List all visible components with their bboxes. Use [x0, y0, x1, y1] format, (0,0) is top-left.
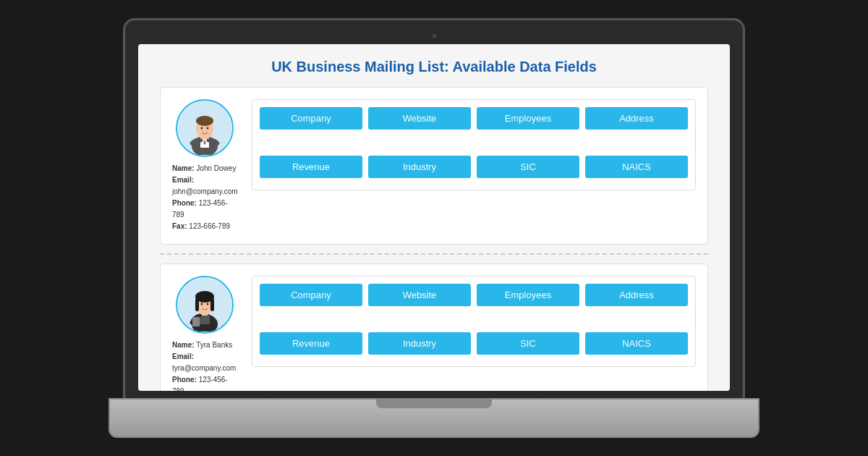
fields-panel-1: Company Website Employees Address Revenu… — [252, 99, 696, 190]
phone-label-1: Phone: — [172, 199, 197, 207]
fields-row1-1: Company Website Employees Address — [260, 107, 688, 130]
person-avatar-female — [178, 278, 231, 332]
field-employees-2: Employees — [477, 284, 579, 306]
svg-rect-19 — [192, 317, 200, 326]
svg-point-18 — [207, 303, 209, 305]
svg-rect-16 — [210, 298, 214, 311]
name-label-2: Name: — [172, 341, 195, 349]
screen-bezel: UK Business Mailing List: Available Data… — [123, 18, 745, 402]
svg-point-17 — [201, 303, 203, 305]
spacer-2 — [260, 311, 688, 332]
svg-point-8 — [207, 127, 209, 130]
field-sic-2: SIC — [477, 332, 579, 355]
field-naics-2: NAICS — [585, 332, 688, 355]
name-value-2: Tyra Banks — [196, 341, 232, 349]
field-address-1: Address — [585, 107, 688, 130]
email-label-2: Email: — [172, 352, 194, 360]
record-divider — [160, 253, 708, 255]
record-card-2: Name: Tyra Banks Email: tyra@company.com… — [160, 263, 708, 391]
field-industry-2: Industry — [368, 332, 471, 355]
laptop-device: UK Business Mailing List: Available Data… — [109, 18, 760, 438]
svg-point-6 — [196, 116, 213, 126]
field-website-2: Website — [368, 284, 471, 306]
fields-row2-2: Revenue Industry SIC NAICS — [260, 332, 688, 355]
email-value-2: tyra@company.com — [172, 364, 236, 372]
email-value-1: john@company.com — [172, 187, 238, 195]
person-avatar-male — [178, 101, 231, 155]
field-revenue-2: Revenue — [260, 332, 362, 355]
fax-label-1: Fax: — [172, 222, 187, 230]
avatar-circle-1 — [176, 99, 234, 157]
name-value-1: John Dowey — [196, 164, 236, 172]
name-label-1: Name: — [172, 164, 195, 172]
record-card-1: Name: John Dowey Email: john@company.com… — [160, 87, 708, 245]
spacer-1 — [260, 134, 688, 156]
fields-row2-1: Revenue Industry SIC NAICS — [260, 156, 688, 178]
field-company-1: Company — [260, 107, 362, 130]
page-title: UK Business Mailing List: Available Data… — [160, 59, 708, 75]
svg-rect-15 — [195, 298, 199, 311]
phone-label-2: Phone: — [172, 376, 197, 384]
laptop-base — [109, 398, 760, 438]
avatar-circle-2 — [176, 276, 234, 334]
contact-info-2: Name: Tyra Banks Email: tyra@company.com… — [172, 339, 237, 391]
svg-point-7 — [201, 127, 203, 130]
field-company-2: Company — [260, 284, 362, 306]
fax-value-1: 123-666-789 — [189, 222, 230, 230]
fields-panel-2: Company Website Employees Address Revenu… — [252, 276, 696, 367]
field-sic-1: SIC — [477, 156, 579, 178]
avatar-wrapper-2: Name: Tyra Banks Email: tyra@company.com… — [172, 276, 237, 391]
field-revenue-1: Revenue — [260, 156, 362, 178]
fields-row1-2: Company Website Employees Address — [260, 284, 688, 306]
field-industry-1: Industry — [368, 156, 471, 178]
field-employees-1: Employees — [477, 107, 579, 130]
field-website-1: Website — [368, 107, 471, 130]
field-naics-1: NAICS — [585, 156, 688, 178]
email-label-1: Email: — [172, 176, 194, 184]
contact-info-1: Name: John Dowey Email: john@company.com… — [172, 163, 237, 232]
camera-dot — [432, 33, 437, 38]
screen-content: UK Business Mailing List: Available Data… — [138, 44, 730, 391]
field-address-2: Address — [585, 284, 688, 306]
avatar-wrapper-1: Name: John Dowey Email: john@company.com… — [172, 99, 237, 232]
